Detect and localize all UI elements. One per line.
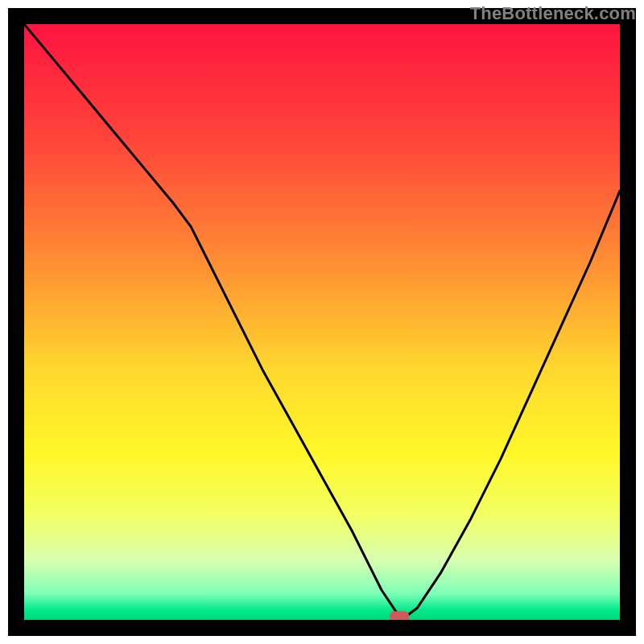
chart-svg (0, 0, 644, 644)
bottleneck-chart: TheBottleneck.com (0, 0, 644, 644)
watermark-text: TheBottleneck.com (470, 3, 636, 24)
plot-background (24, 24, 620, 620)
